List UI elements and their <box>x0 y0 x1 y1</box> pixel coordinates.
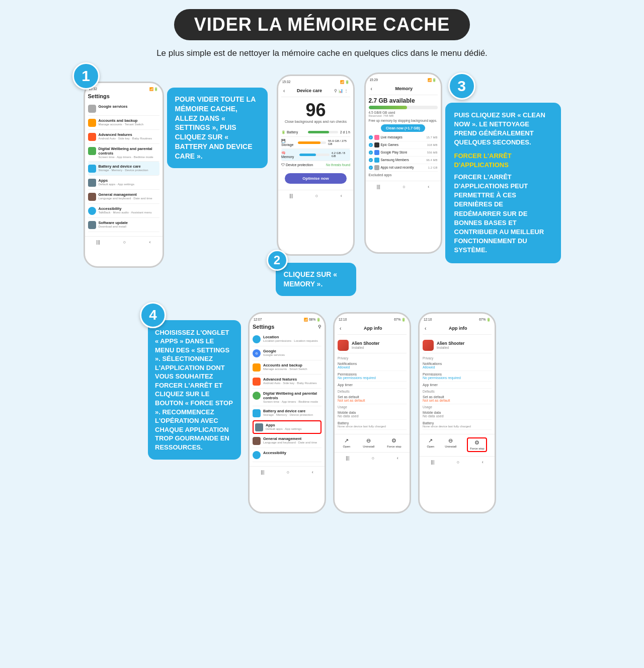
step3-callout-line1: PUIS CLIQUEZ SUR « CLEAN NOW ». LE NETTO… <box>454 111 552 147</box>
uninstall-action2[interactable]: ⊖ Uninstall <box>445 437 456 452</box>
mem-reserved: Reserved: 748 MB <box>369 114 438 117</box>
bottom-section: 4 CHOISISSEZ L'ONGLET « APPS » DANS LE M… <box>0 304 644 529</box>
notifications-section2: Notifications Allowed <box>423 360 492 371</box>
defaults-label2: Defaults <box>423 389 492 394</box>
phone3-nav: ||| ○‹ <box>366 181 441 191</box>
phone2-nav: ||| ○‹ <box>278 190 353 200</box>
phone4-screen: 12:07 📶 68% 🔋 Settings ⚲ LocationLocatio… <box>250 314 325 464</box>
mobiledata-section: Mobile data No data used <box>338 409 407 420</box>
uninstall-action[interactable]: ⊖ Uninstall <box>363 437 374 448</box>
apptimer-section: App timer <box>338 382 407 389</box>
step3-badge: 3 <box>448 72 475 100</box>
phone4-title: Settings <box>253 324 274 330</box>
phone4-nav: ||| ○‹ <box>250 466 325 477</box>
defaults-label: Defaults <box>338 389 407 394</box>
step2-callout-group: 2 CLIQUEZ SUR « MEMORY ». <box>276 260 356 296</box>
phone2-mock: 15:32 📶 🔋 ‹ Device care ⚲ 📊 ⋮ 96 Close b… <box>277 75 355 256</box>
mem-free-text: Free up memory by stopping background ap… <box>369 119 438 122</box>
settings-item: Advanced featuresAndroid Auto · Side key… <box>253 375 321 389</box>
mem-available: 2.7 GB available <box>369 97 438 104</box>
clean-now-button[interactable]: Clean now (+1.7 GB) <box>381 124 425 132</box>
subtitle: Le plus simple est de nettoyer la mémoir… <box>10 47 634 59</box>
step1-callout: POUR VIDER TOUTE LA MÉMOIRE CACHE, ALLEZ… <box>167 88 268 168</box>
phone3-mock: 15:29 📶 🔋 ‹ Memory 2.7 GB available 4.5 … <box>364 72 442 254</box>
phone1-title: Settings <box>88 93 159 99</box>
settings-item: General managementLanguage and keyboard … <box>88 190 159 204</box>
settings-item: LocationLocation permissions · Location … <box>253 332 321 346</box>
settings-item: Accessibility <box>253 448 321 462</box>
open-action2[interactable]: ↗ Open <box>427 437 434 452</box>
battery-section2: Battery None since device last fully cha… <box>423 420 492 430</box>
settings-item: Digital Wellbeing and parental controlsS… <box>253 389 321 406</box>
settings-item: Digital Wellbeing and parental controlsS… <box>88 144 159 162</box>
settings-item: Software updateDownload and install <box>88 218 159 232</box>
open-action[interactable]: ↗ Open <box>343 437 350 448</box>
usage-label: Usage <box>338 404 407 409</box>
mem-app-item: ✓ Apps not used recently 1.2 GB <box>369 164 438 172</box>
phone5-action-bar: ↗ Open ⊖ Uninstall ⚙ Force stop <box>335 434 410 450</box>
dc-protection: 🛡 Device protection No threats found <box>281 161 350 169</box>
dc-memory: 🧠 Memory 4.2 GB / 8 GB <box>281 149 350 161</box>
mem-app-item: ✓ Live messages 15.7 MB <box>369 134 438 141</box>
mem-app-item: ✓ Google Play Store 556 MB <box>369 149 438 157</box>
dc-storage: 💾 Storage 55.9 GB / 275 GB <box>281 137 350 149</box>
mem-used: 4.5 GB/8 GB used <box>369 111 438 114</box>
phone5-nav: ||| ○‹ <box>335 452 410 463</box>
settings-item: AccessibilityTalkBack · Mono audio · Ass… <box>88 204 159 218</box>
phone6-mock: 12:10 67% 🔋 ‹ App info Alien Shooter Ins… <box>418 312 496 513</box>
setasdefault-section2: Set as default Not set as default <box>423 394 492 404</box>
phone1-mock: 15:32 📶 🔋 Settings Google services Accou… <box>84 82 164 268</box>
phone4-mock: 12:07 📶 68% 🔋 Settings ⚲ LocationLocatio… <box>248 312 326 513</box>
step3-callout-line3: FORCER L'ARRÊT D'APPLICATIONS PEUT PERME… <box>454 173 552 255</box>
settings-item: Accounts and backupManage accounts · Ten… <box>88 116 159 130</box>
settings-item-apps-highlighted[interactable]: AppsDefault apps · App settings <box>253 420 321 434</box>
optimise-button[interactable]: Optimise now <box>285 173 347 184</box>
permissions-section2: Permissions No permissions required <box>423 371 492 382</box>
title-background: VIDER LA MÉMOIRE CACHE <box>174 9 470 40</box>
step4-badge: 4 <box>140 302 166 328</box>
step3-group: 15:29 📶 🔋 ‹ Memory 2.7 GB available 4.5 … <box>364 72 561 263</box>
device-care-header: ‹ Device care ⚲ 📊 ⋮ <box>281 86 350 97</box>
apptimer-section2: App timer <box>423 382 492 389</box>
main-title: VIDER LA MÉMOIRE CACHE <box>194 14 450 35</box>
settings-item: Google services <box>88 102 159 116</box>
header: VIDER LA MÉMOIRE CACHE Le plus simple es… <box>0 0 644 64</box>
phone5-app-header: Alien Shooter Installed <box>338 337 407 353</box>
settings-item: G GoogleGoogle services <box>253 346 321 360</box>
force-stop-action-highlighted[interactable]: ⚙ Force stop <box>467 437 487 452</box>
phone5-mock: 12:10 67% 🔋 ‹ App info Alien Shooter Ins… <box>333 312 411 513</box>
phone6-app-header: Alien Shooter Installed <box>423 337 492 353</box>
phone6-screen: 12:10 67% 🔋 ‹ App info Alien Shooter Ins… <box>420 314 495 432</box>
top-section: 1 15:32 📶 🔋 Settings Google services <box>0 64 644 304</box>
step3-badge-row: 3 <box>445 72 475 100</box>
privacy-label: Privacy <box>338 355 407 360</box>
setasdefault-section: Set as default Not set as default <box>338 394 407 404</box>
step2-callout: CLIQUEZ SUR « MEMORY ». <box>276 263 356 296</box>
mem-excluded: Excluded apps <box>369 172 438 177</box>
step2-group: 15:32 📶 🔋 ‹ Device care ⚲ 📊 ⋮ 96 Close b… <box>276 75 356 296</box>
step1-callout-col: POUR VIDER TOUTE LA MÉMOIRE CACHE, ALLEZ… <box>167 88 268 168</box>
phone6-nav: ||| ○‹ <box>420 456 495 467</box>
step4-group: 4 CHOISISSEZ L'ONGLET « APPS » DANS LE M… <box>148 313 241 460</box>
notifications-section: Notifications Allowed <box>338 360 407 371</box>
memory-header: ‹ Memory <box>369 84 438 95</box>
dc-battery: 🔋 Battery 2 d 1 h <box>281 128 350 137</box>
phone1-wrapper: 1 15:32 📶 🔋 Settings Google services <box>84 72 164 268</box>
phone3-screen: 15:29 📶 🔋 ‹ Memory 2.7 GB available 4.5 … <box>366 74 441 179</box>
phone4-title-bar: Settings ⚲ <box>253 324 321 330</box>
phone1-screen: 15:32 📶 🔋 Settings Google services Accou… <box>85 83 163 234</box>
step3-callout-line2: FORCER L'ARRÊT D'APPLICATIONS <box>454 152 552 170</box>
phone6-appinfo-header: ‹ App info <box>423 324 492 335</box>
phone6-action-bar: ↗ Open ⊖ Uninstall ⚙ Force stop <box>420 434 495 454</box>
permissions-section: Permissions No permissions required <box>338 371 407 382</box>
settings-item: Advanced featuresAndroid Auto · Side key… <box>88 130 159 144</box>
phone5-screen: 12:10 67% 🔋 ‹ App info Alien Shooter Ins… <box>335 314 410 432</box>
mobiledata-section2: Mobile data No data used <box>423 409 492 420</box>
phone1-nav: ||| ○‹ <box>85 236 163 247</box>
phone2-screen: 15:32 📶 🔋 ‹ Device care ⚲ 📊 ⋮ 96 Close b… <box>278 76 353 188</box>
phone5-appinfo-header: ‹ App info <box>338 324 407 335</box>
settings-item: Battery and device careStorage · Memory … <box>253 406 321 420</box>
step3-callout-col: 3 PUIS CLIQUEZ SUR « CLEAN NOW ». LE NET… <box>445 72 561 263</box>
force-stop-action[interactable]: ⚙ Force stop <box>387 437 401 448</box>
mem-progress-bar <box>369 106 438 109</box>
